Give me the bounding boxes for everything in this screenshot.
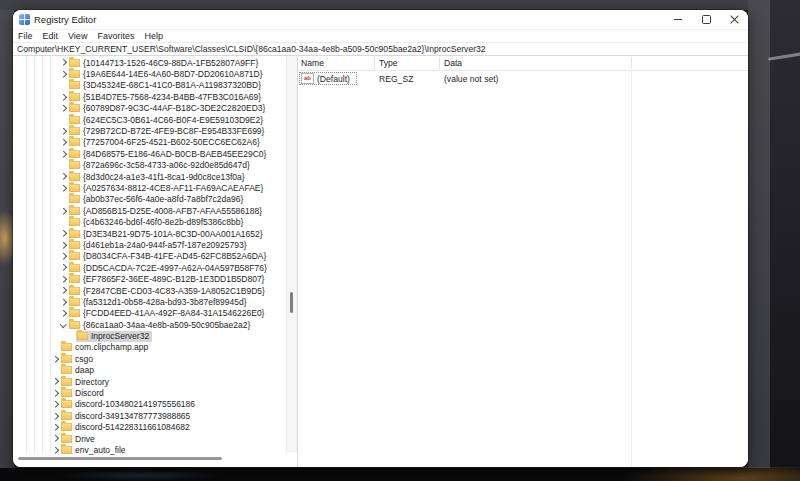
tree-item[interactable]: InprocServer32 [13, 330, 287, 341]
chevron-right-icon[interactable] [51, 354, 60, 363]
tree-item[interactable]: {624EC5C3-0B61-4C66-B0F4-E9E59103D9E2} [13, 114, 287, 125]
title-bar[interactable]: Registry Editor [13, 10, 748, 29]
tree-item[interactable]: {D3E34B21-9D75-101A-8C3D-00AA001A1652} [13, 228, 287, 239]
maximize-button[interactable] [692, 10, 720, 29]
tree-item[interactable]: {DD5CACDA-7C2E-4997-A62A-04A597B58F76} [13, 262, 287, 273]
tree-item[interactable]: {86ca1aa0-34aa-4e8b-a509-50c905bae2a2} [13, 319, 287, 330]
menu-bar: FileEditViewFavoritesHelp [13, 29, 748, 43]
chevron-right-icon[interactable] [59, 58, 68, 67]
chevron-right-icon[interactable] [59, 92, 68, 101]
column-divider[interactable] [631, 57, 632, 69]
tree-horizontal-scrollbar[interactable] [13, 457, 287, 461]
tree-item[interactable]: {EF7865F2-36EE-489C-B12B-1E3DD1B5D807} [13, 273, 287, 284]
tree-item[interactable]: Drive [13, 433, 287, 444]
chevron-right-icon[interactable] [59, 297, 68, 306]
tree-item[interactable]: env_auto_file [13, 444, 287, 455]
chevron-right-icon[interactable] [51, 377, 60, 386]
chevron-right-icon[interactable] [59, 127, 68, 136]
tree-item-body: {D3E34B21-9D75-101A-8C3D-00AA001A1652} [68, 228, 266, 239]
folder-icon [69, 275, 80, 283]
chevron-right-icon[interactable] [51, 389, 60, 398]
chevron-right-icon[interactable] [59, 206, 68, 215]
tree-item[interactable]: csgo [13, 353, 287, 364]
chevron-right-icon[interactable] [59, 183, 68, 192]
chevron-right-icon[interactable] [59, 70, 68, 79]
folder-icon [69, 104, 80, 112]
chevron-right-icon[interactable] [59, 275, 68, 284]
chevron-right-icon[interactable] [51, 434, 60, 443]
tree-item-label: {F2847CBE-CD03-4C83-A359-1A8052C1B9D5} [83, 286, 265, 296]
chevron-right-icon[interactable] [59, 138, 68, 147]
chevron-right-icon[interactable] [51, 445, 60, 454]
tree-item-body: Discord [60, 388, 107, 399]
tree-item[interactable]: {d461eb1a-24a0-944f-a57f-187e20925793} [13, 239, 287, 250]
tree-item[interactable]: Directory [13, 376, 287, 387]
address-path: Computer\HKEY_CURRENT_USER\Software\Clas… [17, 44, 486, 54]
tree-item[interactable]: discord-514228311661084682 [13, 422, 287, 433]
chevron-right-icon[interactable] [51, 411, 60, 420]
column-divider[interactable] [439, 57, 440, 69]
chevron-down-icon[interactable] [59, 320, 68, 329]
chevron-right-icon[interactable] [59, 240, 68, 249]
tree-item[interactable]: Discord [13, 387, 287, 398]
chevron-right-icon[interactable] [59, 263, 68, 272]
tree-item[interactable]: {51B4D7E5-7568-4234-B4BB-47FB3C016A69} [13, 91, 287, 102]
menu-item-edit[interactable]: Edit [38, 30, 64, 42]
registry-editor-window: Registry Editor FileEditViewFavoritesHel… [13, 10, 748, 467]
menu-item-favorites[interactable]: Favorites [92, 30, 139, 42]
folder-icon [69, 59, 80, 67]
chevron-right-icon[interactable] [51, 400, 60, 409]
tree-item[interactable]: {D8034CFA-F34B-41FE-AD45-62FC8B52A6DA} [13, 251, 287, 262]
registry-value-row[interactable]: ab (Default) REG_SZ (value not set) [298, 72, 748, 85]
tree-item[interactable]: {ab0b37ec-56f6-4a0e-a8fd-7a8bf7c2da96} [13, 194, 287, 205]
folder-icon [69, 116, 80, 124]
menu-item-view[interactable]: View [63, 30, 92, 42]
tree-item-body: {86ca1aa0-34aa-4e8b-a509-50c905bae2a2} [68, 319, 253, 330]
tree-item[interactable]: com.clipchamp.app [13, 342, 287, 353]
chevron-right-icon[interactable] [51, 423, 60, 432]
menu-item-help[interactable]: Help [139, 30, 168, 42]
column-header-type[interactable]: Type [379, 58, 398, 68]
tree-item[interactable]: {60789D87-9C3C-44AF-B18C-3DE2C2820ED3} [13, 103, 287, 114]
tree-item[interactable]: {3D45324E-68C1-41C0-B81A-A119837320BD} [13, 80, 287, 91]
tree-item[interactable]: {FCDD4EED-41AA-492F-8A84-31A1546226E0} [13, 308, 287, 319]
tree-item[interactable]: {fa5312d1-0b58-428a-bd93-3b87ef89945d} [13, 296, 287, 307]
tree-item[interactable]: {729B72CD-B72E-4FE9-BC8F-E954B33FE699} [13, 125, 287, 136]
tree-item[interactable]: {8d3d0c24-a1e3-41f1-8ca1-9d0c8ce13f0a} [13, 171, 287, 182]
chevron-right-icon[interactable] [59, 149, 68, 158]
chevron-right-icon[interactable] [59, 104, 68, 113]
value-name-cell[interactable]: ab (Default) [299, 72, 357, 85]
chevron-right-icon[interactable] [59, 172, 68, 181]
tree-item[interactable]: {872a696c-3c58-4733-a06c-92d0e85d647d} [13, 160, 287, 171]
tree-item[interactable]: {c4b63246-bd6f-46f0-8e2b-d89f5386c8bb} [13, 216, 287, 227]
minimize-button[interactable] [664, 10, 692, 29]
chevron-right-icon[interactable] [59, 229, 68, 238]
vertical-scrollbar-thumb[interactable] [290, 292, 293, 313]
tree-item[interactable]: {A0257634-8812-4CE8-AF11-FA69ACAEAFAE} [13, 182, 287, 193]
tree-vertical-scrollbar[interactable] [286, 56, 297, 453]
chevron-right-icon[interactable] [59, 252, 68, 261]
tree-item-body: discord-1034802141975556186 [60, 399, 198, 410]
close-button[interactable] [720, 10, 748, 29]
tree-item[interactable]: daap [13, 365, 287, 376]
chevron-right-icon[interactable] [59, 309, 68, 318]
tree-item[interactable]: {10144713-1526-46C9-88DA-1FB52807A9FF} [13, 57, 287, 68]
menu-item-file[interactable]: File [13, 30, 38, 42]
tree-item[interactable]: {84D68575-E186-46AD-B0CB-BAEB45EE29C0} [13, 148, 287, 159]
column-header-data[interactable]: Data [444, 58, 462, 68]
address-bar[interactable]: Computer\HKEY_CURRENT_USER\Software\Clas… [13, 43, 748, 56]
tree-item-label: {84D68575-E186-46AD-B0CB-BAEB45EE29C0} [83, 149, 266, 159]
tree-item-body: {19A6E644-14E6-4A60-B8D7-DD20610A871D} [68, 69, 266, 80]
chevron-right-icon[interactable] [59, 286, 68, 295]
tree-item[interactable]: discord-349134787773988865 [13, 410, 287, 421]
horizontal-scrollbar-thumb[interactable] [18, 457, 222, 460]
tree-item[interactable]: discord-1034802141975556186 [13, 399, 287, 410]
tree-item-body: {ab0b37ec-56f6-4a0e-a8fd-7a8bf7c2da96} [68, 194, 246, 205]
tree-item[interactable]: {19A6E644-14E6-4A60-B8D7-DD20610A871D} [13, 68, 287, 79]
tree-item[interactable]: {AD856B15-D25E-4008-AFB7-AFAA55586188} [13, 205, 287, 216]
tree-item[interactable]: {F2847CBE-CD03-4C83-A359-1A8052C1B9D5} [13, 285, 287, 296]
tree-item-label: {DD5CACDA-7C2E-4997-A62A-04A597B58F76} [83, 263, 267, 273]
tree-item[interactable]: {77257004-6F25-4521-B602-50ECC6EC62A6} [13, 137, 287, 148]
column-header-name[interactable]: Name [301, 58, 324, 68]
column-divider[interactable] [374, 57, 375, 69]
